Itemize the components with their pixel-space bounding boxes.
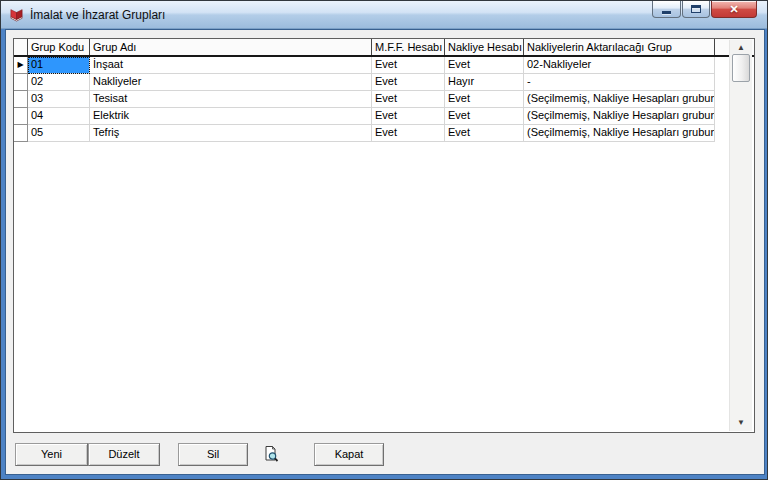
cell-aktarilacagi-grup[interactable]: (Seçilmemiş, Nakliye Hesapları grubun ke…: [524, 91, 715, 108]
window-controls: ✕: [651, 1, 757, 18]
row-indicator: [14, 125, 28, 142]
scroll-up-icon[interactable]: ▲: [730, 44, 752, 52]
cell-aktarilacagi-grup[interactable]: 02-Nakliyeler: [524, 57, 715, 74]
table-row[interactable]: 03 Tesisat Evet Evet (Seçilmemiş, Nakliy…: [14, 91, 754, 108]
row-indicator: [14, 108, 28, 125]
cell-nakliye-hesabi[interactable]: Evet: [445, 57, 524, 74]
minimize-icon: [662, 11, 671, 14]
yeni-button[interactable]: Yeni: [15, 443, 88, 466]
cell-aktarilacagi-grup[interactable]: -: [524, 74, 715, 91]
cell-grup-adi[interactable]: Tesisat: [90, 91, 372, 108]
column-header-grup-kodu[interactable]: Grup Kodu: [28, 39, 90, 55]
scroll-down-icon[interactable]: ▼: [730, 419, 752, 427]
document-magnifier-icon: [262, 449, 280, 466]
cell-grup-adi[interactable]: Nakliyeler: [90, 74, 372, 91]
cell-mff-hesabi[interactable]: Evet: [372, 91, 445, 108]
data-grid: Grup Kodu Grup Adı M.F.F. Hesabı Nakliye…: [13, 38, 755, 433]
row-indicator: [14, 91, 28, 108]
cell-aktarilacagi-grup[interactable]: (Seçilmemiş, Nakliye Hesapları grubun ke…: [524, 108, 715, 125]
cell-nakliye-hesabi[interactable]: Evet: [445, 91, 524, 108]
table-row[interactable]: 04 Elektrik Evet Evet (Seçilmemiş, Nakli…: [14, 108, 754, 125]
cell-grup-adi[interactable]: Tefriş: [90, 125, 372, 142]
row-indicator: ▶: [14, 57, 28, 74]
kapat-button[interactable]: Kapat: [314, 443, 384, 466]
app-window: İmalat ve İhzarat Grupları ✕ Grup Kodu G…: [0, 0, 768, 480]
client-area: Grup Kodu Grup Adı M.F.F. Hesabı Nakliye…: [5, 29, 765, 475]
cell-grup-kodu[interactable]: 02: [28, 74, 90, 91]
cell-mff-hesabi[interactable]: Evet: [372, 108, 445, 125]
column-header-nakliye-hesabi[interactable]: Nakliye Hesabı: [445, 39, 524, 55]
cell-nakliye-hesabi[interactable]: Hayır: [445, 74, 524, 91]
column-header-mff-hesabi[interactable]: M.F.F. Hesabı: [372, 39, 445, 55]
sil-button[interactable]: Sil: [178, 443, 248, 466]
column-header-grup-adi[interactable]: Grup Adı: [90, 39, 372, 55]
maximize-icon: [691, 5, 701, 13]
preview-button[interactable]: [262, 445, 280, 463]
cell-aktarilacagi-grup[interactable]: (Seçilmemiş, Nakliye Hesapları grubun ke…: [524, 125, 715, 142]
cell-mff-hesabi[interactable]: Evet: [372, 57, 445, 74]
cell-grup-adi[interactable]: İnşaat: [90, 57, 372, 74]
cell-grup-kodu[interactable]: 04: [28, 108, 90, 125]
grid-header-row: Grup Kodu Grup Adı M.F.F. Hesabı Nakliye…: [14, 39, 754, 57]
cell-grup-kodu[interactable]: 05: [28, 125, 90, 142]
cell-nakliye-hesabi[interactable]: Evet: [445, 108, 524, 125]
column-header-nakliyelerin-aktarilacagi-grup[interactable]: Nakliyelerin Aktarılacağı Grup: [524, 39, 715, 55]
red-book-icon: [9, 7, 24, 22]
maximize-button[interactable]: [682, 1, 710, 18]
duzelt-button[interactable]: Düzelt: [88, 443, 160, 466]
table-row[interactable]: 05 Tefriş Evet Evet (Seçilmemiş, Nakliye…: [14, 125, 754, 142]
cell-grup-kodu[interactable]: 01: [28, 57, 90, 74]
window-title: İmalat ve İhzarat Grupları: [30, 8, 165, 22]
cell-grup-kodu[interactable]: 03: [28, 91, 90, 108]
close-icon: ✕: [729, 2, 738, 17]
row-indicator-icon: ▶: [17, 61, 23, 69]
cell-grup-adi[interactable]: Elektrik: [90, 108, 372, 125]
cell-mff-hesabi[interactable]: Evet: [372, 74, 445, 91]
minimize-button[interactable]: [652, 1, 681, 18]
cell-nakliye-hesabi[interactable]: Evet: [445, 125, 524, 142]
row-indicator: [14, 74, 28, 91]
close-button[interactable]: ✕: [711, 1, 757, 18]
vertical-scrollbar[interactable]: ▲ ▼: [729, 40, 752, 431]
table-row[interactable]: 02 Nakliyeler Evet Hayır -: [14, 74, 754, 91]
table-row[interactable]: ▶ 01 İnşaat Evet Evet 02-Nakliyeler: [14, 57, 754, 74]
scrollbar-thumb[interactable]: [732, 54, 750, 82]
indicator-column-header: [14, 39, 28, 55]
cell-mff-hesabi[interactable]: Evet: [372, 125, 445, 142]
